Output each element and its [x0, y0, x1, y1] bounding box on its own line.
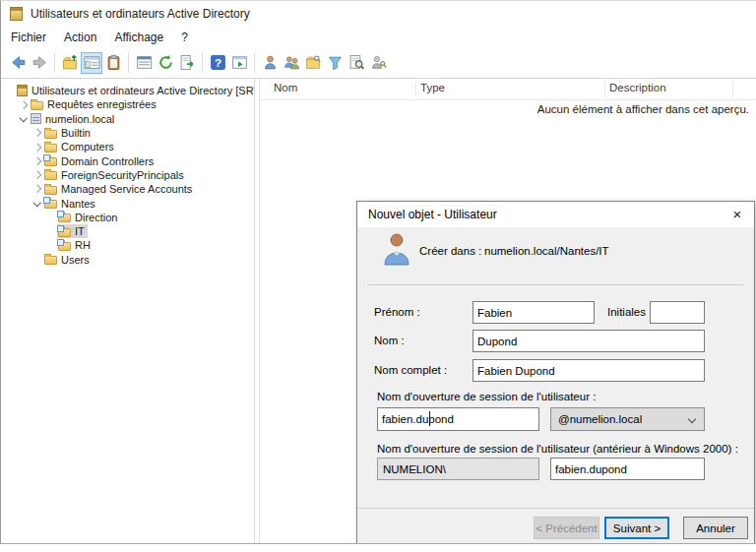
folder-icon: [44, 144, 57, 153]
menu-action[interactable]: Action: [55, 29, 105, 46]
legacy-logon-field[interactable]: [550, 458, 705, 480]
close-icon[interactable]: ×: [721, 202, 754, 226]
menu-fichier[interactable]: Fichier: [2, 29, 55, 46]
find-icon[interactable]: [346, 52, 367, 74]
column-header-nom[interactable]: Nom: [274, 82, 297, 93]
folder-icon: [31, 101, 43, 110]
tree-item-computers[interactable]: Computers: [1, 140, 254, 153]
empty-list-message: Aucun élément à afficher dans cet aperçu…: [537, 103, 749, 115]
organizational-unit-icon: [58, 242, 71, 251]
export-list-icon[interactable]: [176, 52, 198, 74]
full-name-label: Nom complet :: [374, 364, 447, 376]
create-in-label: Créer dans :: [419, 245, 481, 257]
window-titlebar: Utilisateurs et ordinateurs Active Direc…: [1, 1, 756, 27]
tree-item-requetes-enregistrees[interactable]: Requêtes enregistrées: [1, 97, 254, 111]
toolbar-separator: [254, 53, 255, 73]
tree-item-nantes[interactable]: Nantes: [1, 196, 254, 210]
menu-affichage[interactable]: Affichage: [105, 29, 172, 46]
window-title: Utilisateurs et ordinateurs Active Direc…: [31, 7, 250, 21]
user-key-icon[interactable]: [367, 52, 389, 74]
last-name-field[interactable]: [472, 330, 705, 352]
tree-item-root[interactable]: Utilisateurs et ordinateurs Active Direc…: [1, 84, 254, 97]
tree-item-managed-service-accounts[interactable]: Managed Service Accounts: [1, 182, 254, 196]
tree-item-rh[interactable]: RH: [1, 238, 254, 252]
separator: [357, 508, 754, 509]
dialog-title: Nouvel objet - Utilisateur: [368, 208, 497, 221]
logon-name-field[interactable]: [377, 407, 539, 431]
chevron-right-icon[interactable]: [17, 102, 30, 108]
last-name-label: Nom :: [374, 335, 405, 346]
show-action-pane-icon[interactable]: [228, 52, 250, 74]
first-name-field[interactable]: [472, 301, 595, 324]
properties-icon[interactable]: [102, 52, 124, 74]
logon-name-label: Nom d'ouverture de session de l'utilisat…: [377, 391, 596, 402]
create-in-path: numelion.local/Nantes/IT: [484, 245, 609, 257]
filter-icon[interactable]: [324, 52, 346, 74]
organizational-unit-icon: [44, 157, 57, 166]
list-view-icon[interactable]: [133, 52, 155, 74]
toolbar-separator: [54, 53, 55, 73]
forward-icon[interactable]: [29, 52, 50, 74]
tree-item-foreignsecurityprincipals[interactable]: ForeignSecurityPrincipals: [1, 168, 254, 182]
chevron-right-icon[interactable]: [31, 158, 43, 164]
previous-button[interactable]: < Précédent: [534, 517, 599, 539]
aduc-window: Utilisateurs et ordinateurs Active Direc…: [0, 0, 756, 544]
back-icon[interactable]: [7, 52, 29, 74]
organizational-unit-icon: [44, 200, 57, 209]
chevron-down-icon[interactable]: [31, 202, 43, 206]
chevron-down-icon[interactable]: [17, 117, 30, 121]
add-to-group-icon[interactable]: [302, 52, 324, 74]
column-separator[interactable]: [415, 81, 416, 98]
dialog-titlebar: Nouvel objet - Utilisateur: [357, 202, 754, 227]
upn-suffix-dropdown[interactable]: @numelion.local: [550, 407, 705, 431]
next-button[interactable]: Suivant >: [604, 517, 669, 539]
legacy-logon-label: Nom d'ouverture de session de l'utilisat…: [377, 443, 738, 455]
column-separator[interactable]: [732, 81, 733, 98]
chevron-down-icon: [688, 415, 696, 423]
organizational-unit-icon: [58, 214, 71, 222]
tree-item-direction[interactable]: Direction: [1, 211, 254, 224]
initials-field[interactable]: [650, 301, 705, 324]
text-caret: [429, 411, 430, 426]
chevron-right-icon[interactable]: [31, 172, 43, 178]
toolbar-separator: [202, 53, 203, 73]
aduc-app-icon: [10, 7, 23, 21]
chevron-right-icon[interactable]: [31, 186, 43, 192]
toolbar-separator: [128, 53, 129, 73]
list-header: Nom Type Description: [260, 79, 756, 100]
console-icon: [17, 85, 28, 96]
tree-item-it[interactable]: IT: [1, 224, 254, 238]
new-group-icon[interactable]: [281, 52, 302, 74]
folder-icon: [44, 256, 57, 265]
chevron-right-icon[interactable]: [31, 145, 43, 151]
organizational-unit-icon: [58, 228, 71, 237]
show-console-tree-icon[interactable]: [81, 52, 102, 74]
toolbar: ?: [1, 47, 756, 79]
console-tree-pane: Utilisateurs et ordinateurs Active Direc…: [1, 79, 255, 543]
new-user-icon[interactable]: [259, 52, 281, 74]
up-one-level-icon[interactable]: [59, 52, 81, 74]
initials-label: Initiales :: [607, 306, 652, 318]
menu-bar: Fichier Action Affichage ?: [1, 27, 756, 47]
full-name-field[interactable]: [472, 359, 705, 382]
new-object-user-dialog: Nouvel objet - Utilisateur × Créer dans …: [356, 201, 755, 544]
domain-icon: [31, 113, 41, 124]
tree-item-users[interactable]: Users: [1, 253, 254, 267]
folder-icon: [44, 186, 57, 195]
column-header-type[interactable]: Type: [420, 82, 445, 93]
menu-help[interactable]: ?: [172, 29, 197, 46]
user-icon: [381, 232, 412, 268]
legacy-domain-field: NUMELION\: [377, 458, 539, 480]
refresh-icon[interactable]: [155, 52, 176, 74]
folder-icon: [44, 171, 57, 180]
help-icon[interactable]: ?: [207, 52, 228, 74]
folder-icon: [44, 130, 57, 139]
column-separator[interactable]: [604, 81, 605, 98]
first-name-label: Prénom :: [374, 306, 420, 318]
chevron-right-icon[interactable]: [31, 130, 43, 136]
tree-item-builtin[interactable]: Builtin: [1, 126, 254, 140]
tree-item-numelion-local[interactable]: numelion.local: [1, 112, 254, 126]
cancel-button[interactable]: Annuler: [683, 517, 748, 539]
tree-item-domain-controllers[interactable]: Domain Controllers: [1, 153, 254, 167]
column-header-description[interactable]: Description: [609, 82, 666, 93]
